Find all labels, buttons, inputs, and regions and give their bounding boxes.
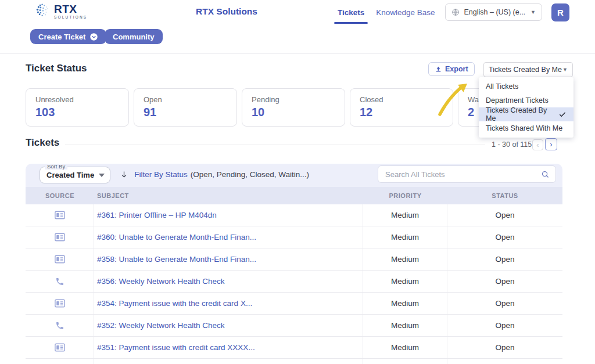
web-form-icon [55,343,65,352]
page-title: RTX Solutions [174,6,279,17]
status-card-value: 103 [35,106,128,119]
tickets-heading: Tickets [26,137,59,149]
sort-by-value: Created Time [46,171,94,179]
status-card-value: 91 [144,106,236,119]
company-logo[interactable]: RTX SOLUTIONS [35,2,87,20]
tab-tickets[interactable]: Tickets [336,0,365,24]
table-row[interactable]: #351: Payment issue with credit card XXX… [26,337,562,359]
priority-cell: Medium [363,271,447,292]
status-cell: Open [447,337,562,358]
view-dropdown-button[interactable]: Tickets Created By Me ▼ [483,62,573,77]
column-header-source: SOURCE [26,192,94,199]
web-form-icon [55,255,65,264]
chevron-right-icon: › [550,140,552,149]
status-cell: Open [447,293,562,314]
sort-by-select[interactable]: Sort By Created Time [40,167,110,183]
ticket-subject-link[interactable]: #351: Payment issue with credit card XXX… [97,343,255,352]
status-card[interactable]: Pending10 [242,88,345,127]
chevron-down-circle-icon [89,33,98,41]
table-row[interactable]: #358: Unable to Generate Month-End Finan… [26,248,562,271]
status-card[interactable]: Closed12 [350,88,453,127]
tab-knowledge-base[interactable]: Knowledge Base [375,0,436,24]
web-form-icon [55,299,65,308]
view-dropdown-value: Tickets Created By Me [489,66,562,74]
status-card-value: 12 [360,106,453,119]
column-header-priority: PRIORITY [363,192,447,199]
section-divider [65,145,485,145]
view-dropdown-option[interactable]: All Tickets [479,80,574,93]
table-row[interactable]: #361: Printer Offline – HP M404dnMediumO… [26,204,562,226]
view-dropdown-option[interactable]: Department Tickets [479,93,574,107]
ticket-subject-link[interactable]: #354: Payment issue with the credit card… [97,299,252,308]
sort-direction-descending-icon[interactable] [120,170,128,179]
globe-icon [451,8,460,16]
status-cell: Open [447,315,562,336]
ticket-subject-link[interactable]: #356: Weekly Network Health Check [97,277,225,286]
phone-icon [55,277,64,286]
status-card-label: Unresolved [35,95,128,104]
logo-globe-icon [35,2,51,20]
export-button[interactable]: Export [428,62,475,76]
status-cell: Open [447,248,562,270]
filter-by-status-link[interactable]: Filter By Status [134,170,188,179]
status-cell: Open [447,226,562,248]
language-selector[interactable]: English – (US) (e... ▼ [445,3,542,21]
ticket-subject-link[interactable]: #361: Printer Offline – HP M404dn [97,211,217,219]
tickets-panel: Sort By Created Time Filter By Status (O… [26,164,562,364]
language-value: English – (US) (e... [464,8,525,16]
view-dropdown-option[interactable]: Tickets Shared With Me [479,121,574,135]
status-card-value: 10 [252,106,345,119]
table-row[interactable]: MediumOpen [26,359,562,364]
ticket-subject-link[interactable]: #360: Unable to Generate Month-End Finan… [97,233,256,242]
export-upload-icon [435,66,442,73]
top-navigation: Tickets Knowledge Base English – (US) (e… [336,0,569,24]
pagination-range: 1 - 30 of 115 [492,140,532,149]
action-bar: Create Ticket Community [0,24,595,54]
status-card-label: Pending [252,95,345,104]
status-cell: Open [447,271,562,292]
search-icon[interactable] [541,170,550,179]
status-card[interactable]: Unresolved103 [26,88,129,127]
search-box [378,165,556,183]
priority-cell: Medium [363,293,447,314]
web-form-icon [55,211,65,219]
status-card[interactable]: Open91 [134,88,237,127]
column-header-status: STATUS [447,192,562,199]
tickets-table-body: #361: Printer Offline – HP M404dnMediumO… [26,204,562,364]
community-button[interactable]: Community [105,29,163,44]
sort-by-label: Sort By [45,164,67,170]
web-form-icon [55,233,65,242]
ticket-subject-link[interactable]: #352: Weekly Network Health Check [97,321,225,330]
status-cell: Open [447,359,562,364]
table-row[interactable]: #352: Weekly Network Health CheckMediumO… [26,315,562,337]
priority-cell: Medium [363,315,447,336]
priority-cell: Medium [363,359,447,364]
logo-brand-text: RTX [54,3,87,15]
view-dropdown-option[interactable]: Tickets Created By Me [479,107,574,121]
table-row[interactable]: #354: Payment issue with the credit card… [26,293,562,315]
priority-cell: Medium [363,204,447,226]
pagination-prev-button[interactable]: ‹ [532,139,543,150]
tickets-toolbar: Sort By Created Time Filter By Status (O… [26,164,562,185]
status-cell: Open [447,204,562,226]
chevron-down-icon [99,174,105,177]
status-card-label: Closed [360,95,453,104]
search-input[interactable] [378,170,541,179]
filter-status-hint: (Open, Pending, Closed, Waitin...) [191,170,309,179]
chevron-down-icon: ▼ [562,67,568,73]
logo-sub-text: SOLUTIONS [54,16,87,20]
active-tab-underline [334,22,368,24]
table-row[interactable]: #360: Unable to Generate Month-End Finan… [26,226,562,248]
chevron-down-icon: ▼ [531,9,536,15]
create-ticket-button[interactable]: Create Ticket [30,29,106,44]
ticket-portal-page: RTX SOLUTIONS RTX Solutions Tickets Know… [0,0,595,364]
top-bar: RTX SOLUTIONS RTX Solutions Tickets Know… [0,0,595,25]
pagination-next-button[interactable]: › [545,138,557,150]
view-dropdown-menu: All TicketsDepartment TicketsTickets Cre… [479,77,574,138]
user-avatar[interactable]: R [551,3,569,21]
table-row[interactable]: #356: Weekly Network Health CheckMediumO… [26,271,562,293]
priority-cell: Medium [363,226,447,248]
priority-cell: Medium [363,248,447,270]
phone-icon [55,321,64,330]
ticket-subject-link[interactable]: #358: Unable to Generate Month-End Finan… [97,255,256,264]
